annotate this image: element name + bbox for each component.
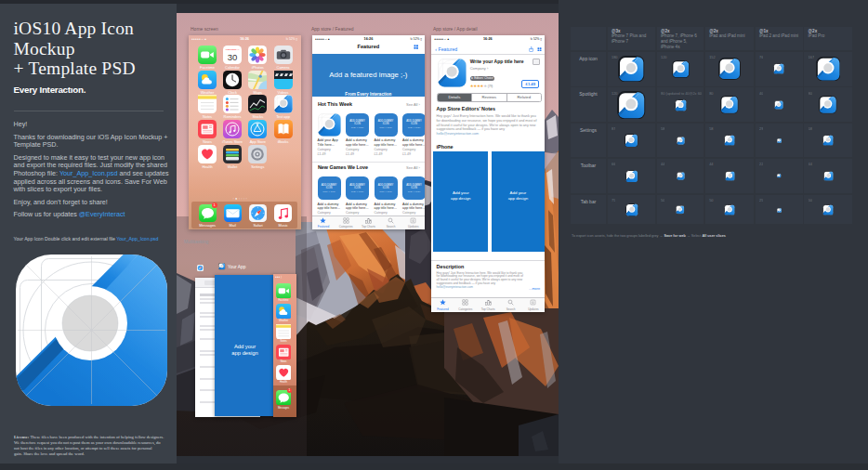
svg-text:30: 30 <box>228 52 238 62</box>
